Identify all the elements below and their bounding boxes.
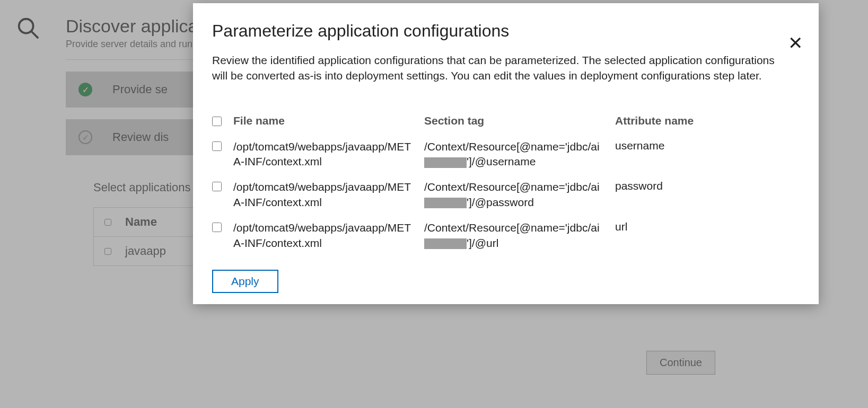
svg-point-0 — [19, 19, 33, 33]
redacted-segment — [424, 238, 467, 249]
step-label: Review dis — [112, 130, 169, 144]
row-checkbox[interactable] — [212, 223, 222, 232]
column-file-name: File name — [233, 114, 424, 127]
app-name: javaapp — [125, 244, 166, 258]
modal-title: Parameterize application configurations — [212, 21, 800, 41]
bottom-bar: Continue — [80, 346, 725, 379]
parameters-table: File name Section tag Attribute name /op… — [212, 109, 800, 256]
step-label: Provide se — [112, 83, 168, 96]
section-tag-cell: /Context/Resource[@name='jdbc/ai ']/@pas… — [424, 180, 615, 210]
row-checkbox[interactable] — [212, 141, 222, 151]
checkmark-icon: ✓ — [78, 83, 92, 96]
section-tag-cell: /Context/Resource[@name='jdbc/ai ']/@use… — [424, 139, 615, 170]
continue-button[interactable]: Continue — [646, 351, 715, 375]
param-row-username: /opt/tomcat9/webapps/javaapp/META-INF/co… — [212, 134, 800, 175]
param-select-all-checkbox[interactable] — [212, 117, 222, 126]
column-name-header: Name — [125, 215, 157, 229]
parameterize-modal: Parameterize application configurations … — [193, 3, 819, 304]
redacted-segment — [424, 198, 467, 208]
attribute-name-cell: password — [615, 180, 742, 192]
attribute-name-cell: username — [615, 139, 742, 152]
file-name-cell: /opt/tomcat9/webapps/javaapp/META-INF/co… — [233, 139, 424, 170]
select-all-checkbox[interactable] — [104, 219, 111, 226]
redacted-segment — [424, 157, 467, 168]
check-outline-icon: ✓ — [78, 130, 92, 144]
param-row-password: /opt/tomcat9/webapps/javaapp/META-INF/co… — [212, 174, 800, 215]
attribute-name-cell: url — [615, 220, 742, 233]
row-checkbox[interactable] — [212, 182, 222, 191]
param-table-header: File name Section tag Attribute name — [212, 109, 800, 134]
row-checkbox[interactable] — [104, 248, 111, 255]
column-section-tag: Section tag — [424, 114, 615, 127]
file-name-cell: /opt/tomcat9/webapps/javaapp/META-INF/co… — [233, 180, 424, 210]
section-tag-cell: /Context/Resource[@name='jdbc/ai ']/@url — [424, 220, 615, 251]
svg-line-1 — [31, 31, 38, 38]
close-icon[interactable]: ✕ — [788, 34, 803, 52]
column-attribute-name: Attribute name — [615, 114, 742, 127]
search-icon — [16, 16, 40, 40]
apply-button[interactable]: Apply — [212, 270, 278, 293]
modal-description: Review the identified application config… — [212, 52, 785, 84]
param-row-url: /opt/tomcat9/webapps/javaapp/META-INF/co… — [212, 215, 800, 256]
file-name-cell: /opt/tomcat9/webapps/javaapp/META-INF/co… — [233, 220, 424, 251]
